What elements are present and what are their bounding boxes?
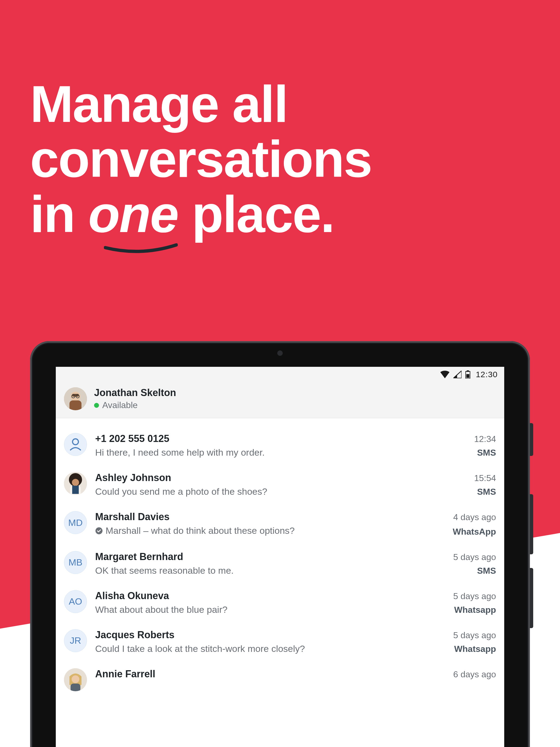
tablet-frame: 12:30 Jonathan Skelton: [30, 341, 530, 747]
conversation-time: 4 days ago: [453, 512, 496, 522]
profile-name: Jonathan Skelton: [94, 387, 176, 398]
svg-rect-2: [466, 374, 469, 378]
status-time: 12:30: [476, 370, 498, 379]
conversation-preview: OK that seems reasonable to me.: [95, 565, 233, 576]
conversation-item[interactable]: Ashley Johnson 15:54 Could you send me a…: [64, 465, 496, 504]
avatar-initials: MD: [64, 511, 87, 534]
headline-line-3: in one place.: [30, 187, 372, 241]
conversation-time: 5 days ago: [453, 630, 496, 640]
avatar-initials: MB: [64, 551, 87, 574]
person-icon: [64, 433, 87, 456]
promo-headline: Manage all conversations in one place.: [30, 77, 372, 241]
avatar-photo-icon: [64, 387, 87, 410]
svg-rect-18: [71, 684, 80, 691]
profile-avatar[interactable]: [64, 387, 87, 410]
avatar-photo: [64, 668, 87, 691]
conversation-name: Jacques Roberts: [95, 629, 175, 641]
avatar-photo: [64, 472, 87, 495]
conversation-channel: SMS: [477, 448, 496, 458]
conversation-channel: Whatsapp: [454, 605, 496, 615]
conversation-channel: SMS: [477, 566, 496, 576]
conversation-item[interactable]: +1 202 555 0125 12:34 Hi there, I need s…: [64, 426, 496, 465]
profile-header[interactable]: Jonathan Skelton Available: [56, 382, 504, 418]
avatar-initials: JR: [64, 629, 87, 652]
status-dot-icon: [94, 403, 99, 408]
conversation-name: Ashley Johnson: [95, 472, 171, 484]
svg-rect-14: [72, 486, 79, 494]
signal-icon: [453, 371, 462, 378]
tablet-side-button: [530, 423, 533, 456]
conversation-time: 5 days ago: [453, 552, 496, 562]
conversation-channel: WhatsApp: [453, 527, 496, 537]
conversation-channel: SMS: [477, 487, 496, 497]
conversation-name: Margaret Bernhard: [95, 551, 183, 563]
conversation-name: Annie Farrell: [95, 668, 155, 680]
avatar-photo-icon: [64, 472, 87, 495]
svg-point-12: [72, 479, 79, 486]
conversation-preview: Marshall – what do think about these opt…: [95, 525, 295, 536]
conversation-item[interactable]: JR Jacques Roberts 5 days ago Could I ta…: [64, 622, 496, 661]
conversation-name: +1 202 555 0125: [95, 433, 169, 444]
battery-icon: [465, 370, 470, 379]
conversation-item[interactable]: Annie Farrell 6 days ago: [64, 661, 496, 698]
conversation-name: Marshall Davies: [95, 511, 170, 523]
profile-status[interactable]: Available: [94, 400, 176, 410]
status-bar: 12:30: [56, 367, 504, 382]
tablet-side-button: [530, 568, 533, 628]
avatar-initials: AO: [64, 590, 87, 613]
svg-point-17: [72, 675, 79, 683]
avatar-unknown: [64, 433, 87, 456]
conversation-preview: Hi there, I need some help with my order…: [95, 447, 265, 458]
avatar-photo-icon: [64, 668, 87, 691]
underline-swoosh-icon: [104, 243, 178, 254]
conversation-list: +1 202 555 0125 12:34 Hi there, I need s…: [56, 418, 504, 698]
headline-line-2: conversations: [30, 131, 372, 186]
conversation-time: 6 days ago: [453, 669, 496, 679]
tablet-side-button: [530, 494, 533, 554]
conversation-preview: What about about the blue pair?: [95, 604, 228, 615]
conversation-time: 15:54: [474, 473, 496, 483]
headline-line-1: Manage all: [30, 77, 372, 131]
headline-emphasis: one: [88, 187, 178, 241]
conversation-item[interactable]: MB Margaret Bernhard 5 days ago OK that …: [64, 544, 496, 583]
svg-point-9: [73, 439, 78, 445]
app-screen: 12:30 Jonathan Skelton: [56, 367, 504, 747]
tablet-camera-icon: [277, 351, 283, 356]
svg-rect-5: [70, 401, 81, 410]
conversation-time: 12:34: [474, 434, 496, 444]
svg-rect-6: [72, 394, 79, 396]
conversation-time: 5 days ago: [453, 591, 496, 601]
conversation-item[interactable]: MD Marshall Davies 4 days ago: [64, 504, 496, 544]
svg-point-15: [96, 527, 103, 534]
conversation-name: Alisha Okuneva: [95, 590, 169, 601]
conversation-item[interactable]: AO Alisha Okuneva 5 days ago What about …: [64, 583, 496, 622]
note-badge-icon: [95, 527, 103, 535]
conversation-preview: Could you send me a photo of the shoes?: [95, 486, 267, 497]
wifi-icon: [440, 371, 450, 378]
status-text: Available: [102, 400, 137, 410]
conversation-channel: Whatsapp: [454, 644, 496, 654]
conversation-preview: Could I take a look at the stitch-work m…: [95, 643, 305, 654]
